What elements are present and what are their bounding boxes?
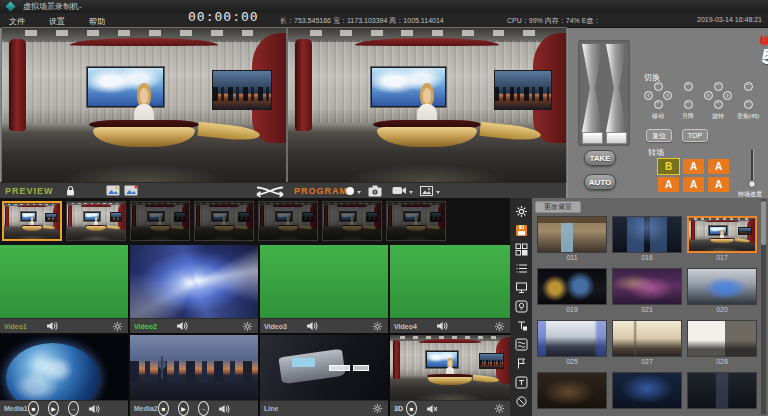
source-name: 3D xyxy=(390,401,403,416)
pad-down-button[interactable]: ˇ xyxy=(684,100,693,109)
pad-up-button[interactable]: ˆ xyxy=(654,82,663,91)
take-button[interactable]: TAKE xyxy=(584,150,616,166)
record-dropdown-caret[interactable] xyxy=(357,191,361,194)
shot-thumbnail[interactable] xyxy=(322,201,382,241)
gear-icon[interactable] xyxy=(372,401,383,416)
gear-icon[interactable] xyxy=(372,319,383,333)
scene-item[interactable]: 027 xyxy=(612,320,682,367)
scene-item[interactable]: 017 xyxy=(687,216,757,263)
reset-button[interactable]: 复位 xyxy=(646,129,672,142)
monitor-icon[interactable] xyxy=(514,280,528,294)
title-text-icon[interactable] xyxy=(514,375,528,389)
scene-thumbnail xyxy=(537,216,607,253)
pad-right-button[interactable]: › xyxy=(663,91,672,100)
gear-icon[interactable] xyxy=(112,319,123,333)
scene-item[interactable]: 028 xyxy=(687,320,757,367)
settings-gear-icon[interactable] xyxy=(514,204,528,218)
source-video4[interactable]: Video4 xyxy=(390,245,510,333)
speaker-icon[interactable] xyxy=(436,319,448,333)
source-control-bar: Media1■▶→ xyxy=(0,400,128,416)
transition-bus-button[interactable]: A xyxy=(708,177,729,192)
pad-up-button[interactable]: ˆ xyxy=(714,82,723,91)
transition-bus-button[interactable]: A xyxy=(683,177,704,192)
record-icon[interactable] xyxy=(346,187,354,195)
speaker-icon[interactable] xyxy=(88,401,100,416)
save-icon[interactable] xyxy=(514,223,528,237)
pad-down-button[interactable]: ˇ xyxy=(714,100,723,109)
scene-tab[interactable]: 更改背景 xyxy=(535,201,581,213)
source-video2[interactable]: Video2 xyxy=(130,245,258,333)
scene-number: 021 xyxy=(612,305,682,315)
transition-bus-button[interactable]: A xyxy=(658,177,679,192)
pad-up-button[interactable]: ˆ xyxy=(684,82,693,91)
shot-thumbnail[interactable] xyxy=(386,201,446,241)
layout-grid-icon[interactable] xyxy=(514,242,528,256)
pad-right-button[interactable]: › xyxy=(723,91,732,100)
pad-down-button[interactable]: ˇ xyxy=(654,100,663,109)
pad-up-button[interactable]: ˆ xyxy=(744,82,753,91)
text-tool-icon[interactable] xyxy=(514,318,528,332)
top-button[interactable]: TOP xyxy=(682,129,708,142)
scene-item[interactable]: 011 xyxy=(537,216,607,263)
camcorder-dropdown-caret[interactable] xyxy=(409,191,413,194)
shot-thumbnail[interactable] xyxy=(258,201,318,241)
t-bar-handle[interactable] xyxy=(582,132,603,144)
flag-icon[interactable] xyxy=(514,356,528,370)
speaker-muted-icon[interactable] xyxy=(426,401,438,416)
transition-bus-button[interactable]: A xyxy=(683,159,704,174)
source-name: Video2 xyxy=(130,319,157,333)
speaker-icon[interactable] xyxy=(176,319,188,333)
gear-icon[interactable] xyxy=(494,401,505,416)
scene-item[interactable] xyxy=(537,372,607,416)
source-media1[interactable]: Media1■▶→ xyxy=(0,335,128,416)
scene-item[interactable]: 025 xyxy=(537,320,607,367)
scene-number: 019 xyxy=(537,305,607,315)
studio-scene-image xyxy=(288,28,566,182)
shot-thumbnail[interactable] xyxy=(66,201,126,241)
bulb-icon[interactable] xyxy=(514,299,528,313)
gear-icon[interactable] xyxy=(242,319,253,333)
menu-item[interactable]: 帮助 xyxy=(86,15,108,28)
speaker-icon[interactable] xyxy=(46,319,58,333)
source-media2[interactable]: Media2■▶→ xyxy=(130,335,258,416)
source-video3[interactable]: Video3 xyxy=(260,245,388,333)
speaker-icon[interactable] xyxy=(306,319,318,333)
menu-item[interactable]: 设置 xyxy=(46,15,68,28)
source-video1[interactable]: Video1 xyxy=(0,245,128,333)
dimension-readout: 宽：1173.103394 xyxy=(333,17,387,24)
transition-speed-knob[interactable] xyxy=(748,180,756,188)
transition-bus-button[interactable]: A xyxy=(708,159,729,174)
source-control-bar: Video3 xyxy=(260,318,388,333)
shot-thumbnail[interactable] xyxy=(130,201,190,241)
scene-item[interactable] xyxy=(612,372,682,416)
pad-down-button[interactable]: ˇ xyxy=(744,100,753,109)
source-name: Video4 xyxy=(390,319,417,333)
scene-item[interactable]: 016 xyxy=(612,216,682,263)
scene-item[interactable]: 021 xyxy=(612,268,682,315)
scene-item[interactable]: 020 xyxy=(687,268,757,315)
layers-icon[interactable] xyxy=(514,337,528,351)
auto-button[interactable]: AUTO xyxy=(584,174,616,190)
scrollbar-thumb[interactable] xyxy=(761,201,766,245)
scene-thumbnail xyxy=(612,216,682,253)
app-logo-icon xyxy=(6,2,16,12)
source-line[interactable]: Line xyxy=(260,335,388,416)
list-icon[interactable] xyxy=(514,261,528,275)
scene-item[interactable] xyxy=(687,372,757,416)
shot-thumbnail[interactable] xyxy=(2,201,62,241)
picture-dropdown-caret[interactable] xyxy=(436,191,440,194)
transition-bus-button[interactable]: B xyxy=(658,159,679,174)
transition-speed-slider[interactable] xyxy=(751,150,753,184)
scene-scrollbar[interactable] xyxy=(761,199,766,415)
pad-left-button[interactable]: ‹ xyxy=(704,91,713,100)
source-3d[interactable]: 3D■ xyxy=(390,335,510,416)
speaker-icon[interactable] xyxy=(218,401,230,416)
gear-icon[interactable] xyxy=(494,319,505,333)
pad-left-button[interactable]: ‹ xyxy=(644,91,653,100)
ban-icon[interactable] xyxy=(514,394,528,408)
menu-item[interactable]: 文件 xyxy=(6,15,28,28)
t-bar-handle[interactable] xyxy=(606,132,627,144)
preview-program-bar: PREVIEW PROGRAM xyxy=(0,182,566,198)
scene-item[interactable]: 019 xyxy=(537,268,607,315)
shot-thumbnail[interactable] xyxy=(194,201,254,241)
